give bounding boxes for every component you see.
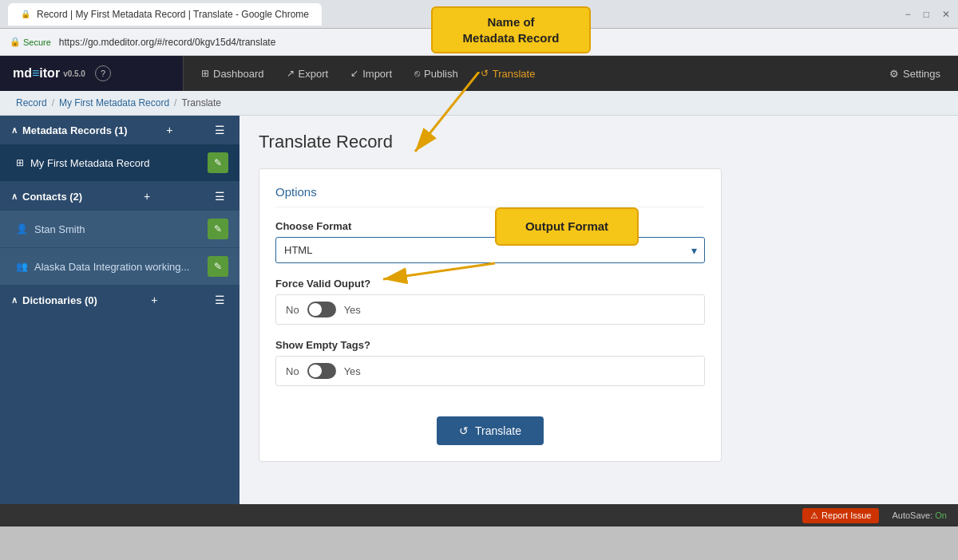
show-empty-toggle[interactable] — [307, 363, 336, 379]
nav-publish[interactable]: ⎋ Publish — [403, 56, 469, 91]
breadcrumb-current: Translate — [181, 97, 221, 108]
content-area: Translate Record Options Choose Format H… — [240, 116, 958, 504]
dashboard-icon: ⊞ — [201, 68, 209, 79]
import-icon: ↙ — [350, 68, 358, 79]
browser-addressbar: 🔒 Secure https://go.mdeditor.org/#/recor… — [0, 29, 958, 56]
logo-version: v0.5.0 — [63, 69, 85, 78]
autosave-status: AutoSave: On — [892, 511, 947, 520]
sidebar-item-stan-smith[interactable]: 👤 Stan Smith ✎ — [0, 211, 240, 248]
app-container: md≡itor v0.5.0 ? ⊞ Dashboard ↗ Export ↙ … — [0, 56, 958, 504]
metadata-record-icon: ⊞ — [16, 157, 24, 168]
settings-icon: ⚙ — [889, 68, 899, 80]
breadcrumb: Record / My First Metadata Record / Tran… — [0, 91, 958, 116]
nav-export[interactable]: ↗ Export — [275, 56, 340, 91]
logo-text: md≡itor — [13, 66, 60, 81]
breadcrumb-sep-1: / — [52, 97, 54, 108]
force-valid-label: Force Valid Ouput? — [275, 278, 705, 290]
show-empty-knob — [309, 365, 322, 377]
force-valid-toggle-row: No Yes — [275, 294, 705, 325]
browser-tab[interactable]: 🔒 Record | My First Metadata Record | Tr… — [8, 3, 322, 26]
nav-items: ⊞ Dashboard ↗ Export ↙ Import ⎋ Publish … — [184, 56, 958, 91]
browser-titlebar: 🔒 Record | My First Metadata Record | Tr… — [0, 0, 958, 29]
autosave-value: On — [935, 511, 947, 520]
lock-icon: 🔒 — [10, 37, 21, 47]
translate-button[interactable]: ↺ Translate — [437, 416, 544, 445]
help-button[interactable]: ? — [95, 65, 111, 81]
format-select[interactable]: HTML XML JSON Markdown — [275, 237, 705, 263]
menu-metadata-btn[interactable]: ☰ — [212, 124, 228, 136]
edit-alaska-btn[interactable]: ✎ — [208, 256, 228, 277]
dicts-section-header[interactable]: ∧ Dictionaries (0) + ☰ — [0, 286, 240, 314]
force-valid-no-label: No — [286, 304, 299, 316]
contacts-arrow-icon: ∧ — [11, 191, 18, 202]
minimize-btn[interactable]: − — [905, 9, 911, 20]
export-icon: ↗ — [287, 68, 295, 79]
format-select-wrapper: HTML XML JSON Markdown ▾ — [275, 237, 705, 263]
force-valid-yes-label: Yes — [344, 304, 361, 316]
person-icon: 👤 — [16, 223, 28, 235]
top-nav: md≡itor v0.5.0 ? ⊞ Dashboard ↗ Export ↙ … — [0, 56, 958, 91]
secure-badge: 🔒 Secure — [10, 37, 51, 47]
sidebar-section-dicts: ∧ Dictionaries (0) + ☰ — [0, 286, 240, 314]
edit-metadata-btn[interactable]: ✎ — [208, 152, 228, 173]
show-empty-yes-label: Yes — [344, 365, 361, 377]
format-group: Choose Format HTML XML JSON Markdown ▾ — [275, 220, 705, 263]
toggle-knob — [309, 303, 322, 316]
add-dict-btn[interactable]: + — [148, 294, 160, 306]
publish-icon: ⎋ — [414, 68, 420, 79]
breadcrumb-record[interactable]: Record — [16, 97, 47, 108]
translate-btn-label: Translate — [475, 424, 521, 437]
nav-translate[interactable]: ↺ Translate — [469, 56, 547, 91]
force-valid-toggle[interactable] — [307, 302, 336, 317]
address-url[interactable]: https://go.mdeditor.org/#/record/0kgv15d… — [59, 37, 276, 48]
add-contact-btn[interactable]: + — [141, 190, 153, 203]
translate-nav-icon: ↺ — [481, 68, 489, 79]
group-icon: 👥 — [16, 261, 28, 272]
sidebar-section-metadata[interactable]: ∧ Metadata Records (1) + ☰ — [0, 116, 240, 144]
contacts-section-header[interactable]: ∧ Contacts (2) + ☰ — [0, 182, 240, 211]
force-valid-group: Force Valid Ouput? No Yes — [275, 278, 705, 325]
close-btn[interactable]: ✕ — [942, 9, 950, 20]
report-issue-button[interactable]: ⚠ Report Issue — [802, 508, 879, 523]
show-empty-label: Show Empty Tags? — [275, 339, 705, 351]
maximize-btn[interactable]: □ — [924, 9, 929, 20]
tab-icon: 🔒 — [21, 10, 30, 18]
nav-import[interactable]: ↙ Import — [339, 56, 403, 91]
sidebar: ∧ Metadata Records (1) + ☰ ⊞ My First Me… — [0, 116, 240, 504]
menu-dict-btn[interactable]: ☰ — [212, 294, 228, 306]
page-title: Translate Record — [259, 132, 939, 152]
format-label: Choose Format — [275, 220, 705, 232]
bottom-bar: ⚠ Report Issue AutoSave: On — [0, 504, 958, 526]
sidebar-item-alaska[interactable]: 👥 Alaska Data Integration working... ✎ — [0, 248, 240, 286]
main-layout: ∧ Metadata Records (1) + ☰ ⊞ My First Me… — [0, 116, 958, 504]
show-empty-no-label: No — [286, 365, 299, 377]
settings-nav[interactable]: ⚙ Settings — [878, 56, 952, 91]
breadcrumb-metadata-record[interactable]: My First Metadata Record — [59, 97, 169, 108]
options-title: Options — [275, 185, 705, 207]
show-empty-group: Show Empty Tags? No Yes — [275, 339, 705, 386]
options-card: Options Choose Format HTML XML JSON Mark… — [259, 168, 722, 462]
tab-title: Record | My First Metadata Record | Tran… — [37, 9, 309, 20]
warning-icon: ⚠ — [810, 511, 818, 521]
edit-stan-btn[interactable]: ✎ — [208, 219, 228, 239]
dicts-arrow-icon: ∧ — [11, 295, 18, 306]
add-metadata-btn[interactable]: + — [163, 124, 176, 136]
sidebar-section-contacts: ∧ Contacts (2) + ☰ 👤 Stan Smith ✎ 👥 Alas… — [0, 182, 240, 286]
breadcrumb-sep-2: / — [174, 97, 176, 108]
show-empty-toggle-row: No Yes — [275, 356, 705, 386]
sidebar-item-my-first-metadata[interactable]: ⊞ My First Metadata Record ✎ — [0, 144, 240, 182]
browser-controls[interactable]: − □ ✕ — [905, 9, 950, 20]
translate-btn-icon: ↺ — [459, 424, 469, 437]
menu-contact-btn[interactable]: ☰ — [212, 190, 228, 203]
nav-dashboard[interactable]: ⊞ Dashboard — [190, 56, 275, 91]
arrow-down-icon: ∧ — [11, 125, 18, 136]
app-logo: md≡itor v0.5.0 ? — [0, 56, 184, 91]
